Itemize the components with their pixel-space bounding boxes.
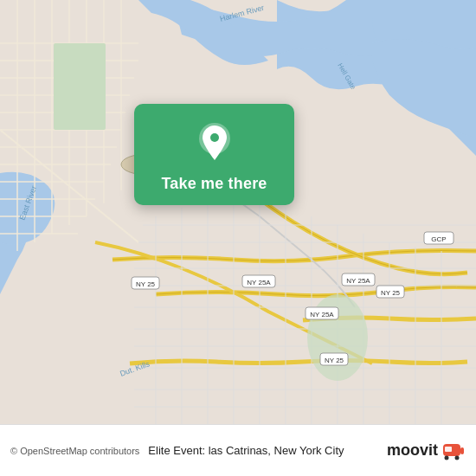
- moovit-brand-text: moovit: [387, 441, 438, 460]
- svg-text:GCP: GCP: [431, 235, 446, 243]
- svg-point-70: [455, 455, 460, 460]
- svg-rect-21: [54, 43, 106, 130]
- bottom-bar: © OpenStreetMap contributors Elite Event…: [0, 424, 476, 476]
- svg-rect-68: [445, 447, 452, 452]
- svg-text:NY 25A: NY 25A: [247, 279, 271, 286]
- svg-rect-71: [460, 447, 464, 454]
- take-me-there-button-label: Take me there: [161, 175, 267, 193]
- moovit-logo-icon: [441, 439, 466, 463]
- svg-text:NY 25: NY 25: [381, 289, 401, 297]
- location-pin-icon: [191, 119, 238, 166]
- svg-text:NY 25A: NY 25A: [310, 311, 334, 318]
- svg-text:NY 25: NY 25: [325, 357, 344, 364]
- svg-text:NY 25A: NY 25A: [346, 277, 370, 285]
- svg-text:NY 25: NY 25: [136, 280, 156, 288]
- svg-point-66: [210, 133, 219, 142]
- map-container: NY 25 NY 25A NY 25A NY 25 NY 25A NY 25 G…: [0, 0, 476, 424]
- svg-point-69: [445, 455, 449, 460]
- map-attribution: © OpenStreetMap contributors: [10, 446, 139, 456]
- moovit-logo: moovit: [387, 439, 466, 463]
- take-me-there-card[interactable]: Take me there: [134, 104, 294, 205]
- location-text: Elite Event: las Catrinas, New York City: [139, 444, 387, 457]
